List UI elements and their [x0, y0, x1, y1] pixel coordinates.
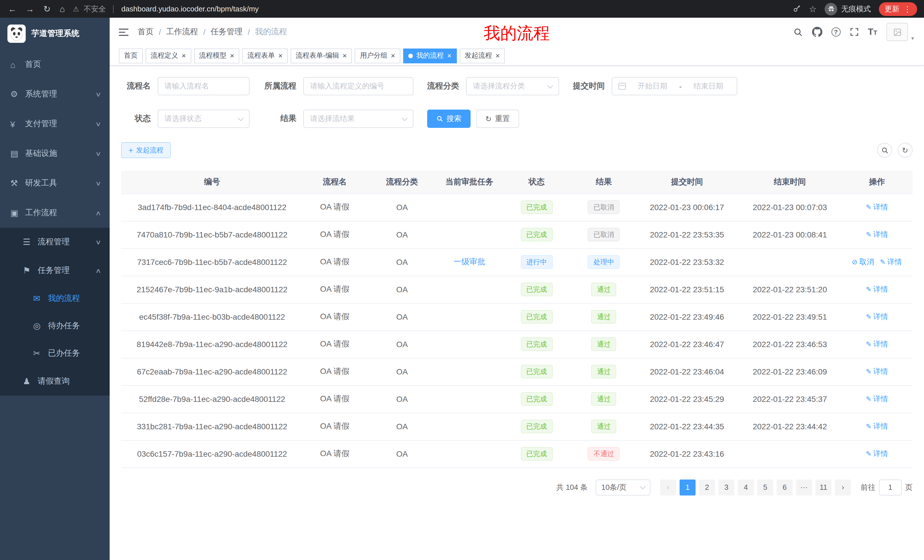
reload-icon[interactable]: ↻ [44, 4, 51, 13]
detail-link[interactable]: ✎详情 [866, 394, 888, 404]
tab-label: 流程定义 [151, 51, 178, 60]
password-key-icon[interactable] [792, 4, 801, 13]
result-select[interactable]: 请选择流结果 [303, 109, 414, 128]
font-size-icon[interactable]: TT [868, 27, 877, 37]
page-button[interactable]: 3 [718, 479, 734, 495]
detail-link[interactable]: ✎详情 [866, 339, 888, 349]
edit-icon: ✎ [866, 395, 872, 403]
create-process-button[interactable]: + 发起流程 [121, 142, 171, 158]
tab-item[interactable]: 用户分组× [355, 48, 400, 63]
github-icon[interactable] [812, 27, 822, 37]
forward-icon[interactable]: → [26, 4, 34, 13]
breadcrumb-item[interactable]: 任务管理 [211, 27, 243, 37]
breadcrumb-item[interactable]: 首页 [138, 27, 154, 37]
tab-item[interactable]: 发起流程× [459, 48, 505, 63]
cell-result: 已取消 [572, 221, 636, 248]
parent-process-placeholder: 请输入流程定义的编号 [310, 81, 406, 91]
refresh-table-button[interactable]: ↻ [898, 143, 913, 157]
sidebar-item-infrastructure[interactable]: ▤基础设施∨ [0, 139, 110, 168]
page-button[interactable]: 6 [777, 479, 793, 495]
page-button[interactable]: 1 [680, 479, 696, 495]
update-button[interactable]: 更新 ⋮ [879, 2, 917, 16]
breadcrumb-item[interactable]: 工作流程 [166, 27, 198, 37]
reset-button[interactable]: ↻ 重置 [476, 109, 519, 128]
infrastructure-icon: ▤ [10, 148, 25, 159]
tab-item[interactable]: 我的流程× [403, 48, 457, 63]
search-button[interactable]: 搜索 [427, 109, 471, 128]
tab-close-icon[interactable]: × [182, 52, 186, 59]
current-task-link[interactable]: 一级审批 [453, 257, 485, 266]
sidebar-item-task-management[interactable]: ⚑任务管理∧ [0, 256, 110, 285]
table-row: 67c2eaab-7b9a-11ec-a290-acde48001122OA 请… [121, 358, 913, 385]
sidebar-item-dev-tools[interactable]: ⚒研发工具∨ [0, 168, 110, 198]
process-name-label: 流程名 [121, 81, 151, 91]
page-button[interactable]: 2 [699, 479, 715, 495]
sidebar-item-process-management[interactable]: ☰流程管理∨ [0, 228, 110, 256]
scissors-icon: ✂ [33, 348, 48, 358]
category-select[interactable]: 请选择流程分类 [466, 77, 559, 95]
detail-link[interactable]: ✎详情 [866, 202, 888, 213]
sidebar-item-workflow[interactable]: ▣工作流程∧ [0, 198, 110, 228]
tab-item[interactable]: 流程表单× [242, 48, 288, 63]
next-page-button[interactable]: › [835, 479, 851, 495]
sidebar-item-leave-query[interactable]: ♟请假查询 [0, 367, 110, 395]
detail-link[interactable]: ✎详情 [866, 229, 888, 240]
sidebar-item-todo-tasks[interactable]: ◎待办任务 [0, 312, 110, 340]
address-bar[interactable]: ⚠ 不安全 dashboard.yudao.iocoder.cn/bpm/tas… [73, 4, 786, 14]
search-icon[interactable] [793, 27, 802, 37]
detail-link[interactable]: ✎详情 [866, 284, 888, 295]
toggle-search-button[interactable] [877, 143, 892, 157]
tab-item[interactable]: 流程表单-编辑× [291, 48, 352, 63]
incognito-icon [825, 3, 837, 15]
sidebar-item-system-management[interactable]: ⚙系统管理∨ [0, 79, 110, 109]
bookmark-star-icon[interactable]: ☆ [809, 4, 817, 14]
tab-close-icon[interactable]: × [447, 52, 452, 59]
page-button[interactable]: 5 [757, 479, 773, 495]
submit-time-range-input[interactable]: 开始日期 - 结束日期 [612, 77, 737, 95]
action-label: 详情 [873, 339, 888, 349]
sidebar-item-label: 任务管理 [38, 265, 70, 276]
status-select[interactable]: 请选择状态 [158, 109, 249, 128]
app-logo[interactable]: 芋道管理系统 [0, 18, 110, 49]
cell-submit-time: 2022-01-22 23:43:16 [636, 440, 738, 467]
tab-close-icon[interactable]: × [391, 52, 395, 59]
tab-item[interactable]: 流程定义× [146, 48, 191, 63]
parent-process-input[interactable]: 请输入流程定义的编号 [303, 77, 414, 95]
browser-nav-buttons: ← → ↻ ⌂ [0, 4, 73, 13]
browser-chrome: ← → ↻ ⌂ ⚠ 不安全 dashboard.yudao.iocoder.cn… [0, 0, 924, 18]
goto-page-input[interactable] [879, 479, 902, 495]
tab-close-icon[interactable]: × [495, 52, 500, 59]
detail-link[interactable]: ✎详情 [866, 312, 888, 322]
page-button[interactable]: 4 [738, 479, 754, 495]
page-size-select[interactable]: 10条/页 [596, 479, 651, 495]
detail-link[interactable]: ✎详情 [866, 449, 888, 459]
cell-current-task: 一级审批 [438, 248, 501, 276]
fullscreen-icon[interactable] [849, 27, 859, 36]
detail-link[interactable]: ✎详情 [880, 257, 902, 267]
sidebar-item-done-tasks[interactable]: ✂已办任务 [0, 340, 110, 367]
detail-link[interactable]: ✎详情 [866, 367, 888, 377]
browser-menu-icon[interactable]: ⋮ [903, 4, 911, 13]
sidebar-item-payment-management[interactable]: ¥支付管理∨ [0, 109, 110, 139]
status-badge: 已完成 [520, 283, 552, 296]
tab-close-icon[interactable]: × [343, 52, 347, 59]
browser-home-icon[interactable]: ⌂ [60, 4, 65, 13]
sidebar-item-label: 流程管理 [38, 237, 70, 247]
tab-item[interactable]: 首页 [119, 48, 143, 63]
process-name-input[interactable]: 请输入流程名 [158, 77, 249, 95]
sidebar-item-home[interactable]: ⌂首页 [0, 49, 110, 79]
help-icon[interactable]: ? [831, 27, 840, 36]
sidebar-item-my-process[interactable]: ✉我的流程 [0, 285, 110, 312]
user-menu[interactable]: ▼ [886, 23, 915, 41]
tab-close-icon[interactable]: × [230, 52, 234, 59]
tab-item[interactable]: 流程模型× [194, 48, 239, 63]
tab-close-icon[interactable]: × [278, 52, 282, 59]
sidebar-toggle-icon[interactable] [119, 27, 129, 37]
detail-link[interactable]: ✎详情 [866, 421, 888, 431]
more-pages-button[interactable]: ··· [796, 479, 812, 495]
page-button[interactable]: 11 [816, 479, 831, 495]
cancel-link[interactable]: ⊘取消 [852, 257, 874, 267]
cell-id: 67c2eaab-7b9a-11ec-a290-acde48001122 [121, 358, 303, 385]
back-icon[interactable]: ← [8, 4, 16, 13]
prev-page-button[interactable]: ‹ [660, 479, 676, 495]
